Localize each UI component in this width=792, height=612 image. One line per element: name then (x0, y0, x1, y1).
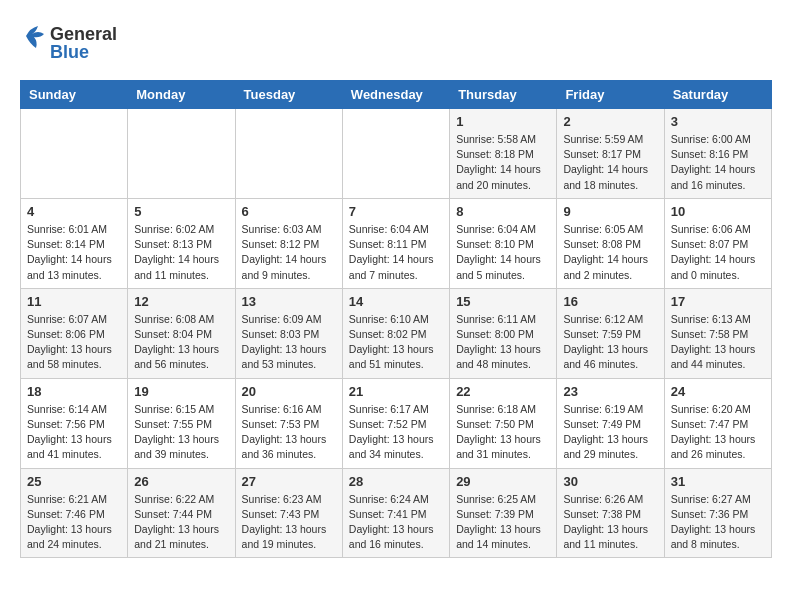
day-number: 17 (671, 294, 765, 309)
header: GeneralBlue (20, 20, 772, 64)
calendar-cell: 4Sunrise: 6:01 AM Sunset: 8:14 PM Daylig… (21, 198, 128, 288)
day-number: 16 (563, 294, 657, 309)
day-number: 4 (27, 204, 121, 219)
day-number: 25 (27, 474, 121, 489)
day-info: Sunrise: 6:06 AM Sunset: 8:07 PM Dayligh… (671, 222, 765, 283)
day-info: Sunrise: 6:21 AM Sunset: 7:46 PM Dayligh… (27, 492, 121, 553)
week-row-1: 1Sunrise: 5:58 AM Sunset: 8:18 PM Daylig… (21, 109, 772, 199)
day-info: Sunrise: 6:24 AM Sunset: 7:41 PM Dayligh… (349, 492, 443, 553)
day-info: Sunrise: 6:23 AM Sunset: 7:43 PM Dayligh… (242, 492, 336, 553)
svg-text:General: General (50, 24, 117, 44)
week-row-4: 18Sunrise: 6:14 AM Sunset: 7:56 PM Dayli… (21, 378, 772, 468)
weekday-header-sunday: Sunday (21, 81, 128, 109)
day-number: 12 (134, 294, 228, 309)
calendar-cell: 18Sunrise: 6:14 AM Sunset: 7:56 PM Dayli… (21, 378, 128, 468)
calendar-cell (21, 109, 128, 199)
day-number: 19 (134, 384, 228, 399)
day-number: 28 (349, 474, 443, 489)
calendar-cell: 21Sunrise: 6:17 AM Sunset: 7:52 PM Dayli… (342, 378, 449, 468)
day-number: 1 (456, 114, 550, 129)
day-info: Sunrise: 6:03 AM Sunset: 8:12 PM Dayligh… (242, 222, 336, 283)
day-info: Sunrise: 6:02 AM Sunset: 8:13 PM Dayligh… (134, 222, 228, 283)
calendar-cell: 10Sunrise: 6:06 AM Sunset: 8:07 PM Dayli… (664, 198, 771, 288)
calendar-cell: 15Sunrise: 6:11 AM Sunset: 8:00 PM Dayli… (450, 288, 557, 378)
calendar-cell: 8Sunrise: 6:04 AM Sunset: 8:10 PM Daylig… (450, 198, 557, 288)
day-info: Sunrise: 6:20 AM Sunset: 7:47 PM Dayligh… (671, 402, 765, 463)
calendar-cell: 29Sunrise: 6:25 AM Sunset: 7:39 PM Dayli… (450, 468, 557, 558)
calendar-header: SundayMondayTuesdayWednesdayThursdayFrid… (21, 81, 772, 109)
day-info: Sunrise: 6:07 AM Sunset: 8:06 PM Dayligh… (27, 312, 121, 373)
calendar-cell (128, 109, 235, 199)
day-info: Sunrise: 5:59 AM Sunset: 8:17 PM Dayligh… (563, 132, 657, 193)
day-info: Sunrise: 6:04 AM Sunset: 8:11 PM Dayligh… (349, 222, 443, 283)
calendar-cell: 7Sunrise: 6:04 AM Sunset: 8:11 PM Daylig… (342, 198, 449, 288)
calendar-cell: 1Sunrise: 5:58 AM Sunset: 8:18 PM Daylig… (450, 109, 557, 199)
day-number: 26 (134, 474, 228, 489)
day-info: Sunrise: 6:17 AM Sunset: 7:52 PM Dayligh… (349, 402, 443, 463)
week-row-2: 4Sunrise: 6:01 AM Sunset: 8:14 PM Daylig… (21, 198, 772, 288)
calendar-cell (342, 109, 449, 199)
calendar-body: 1Sunrise: 5:58 AM Sunset: 8:18 PM Daylig… (21, 109, 772, 558)
day-number: 6 (242, 204, 336, 219)
day-number: 30 (563, 474, 657, 489)
calendar-cell: 27Sunrise: 6:23 AM Sunset: 7:43 PM Dayli… (235, 468, 342, 558)
day-info: Sunrise: 5:58 AM Sunset: 8:18 PM Dayligh… (456, 132, 550, 193)
calendar: SundayMondayTuesdayWednesdayThursdayFrid… (20, 80, 772, 558)
calendar-cell: 16Sunrise: 6:12 AM Sunset: 7:59 PM Dayli… (557, 288, 664, 378)
calendar-cell: 9Sunrise: 6:05 AM Sunset: 8:08 PM Daylig… (557, 198, 664, 288)
weekday-row: SundayMondayTuesdayWednesdayThursdayFrid… (21, 81, 772, 109)
weekday-header-wednesday: Wednesday (342, 81, 449, 109)
day-number: 3 (671, 114, 765, 129)
day-info: Sunrise: 6:05 AM Sunset: 8:08 PM Dayligh… (563, 222, 657, 283)
day-info: Sunrise: 6:15 AM Sunset: 7:55 PM Dayligh… (134, 402, 228, 463)
week-row-3: 11Sunrise: 6:07 AM Sunset: 8:06 PM Dayli… (21, 288, 772, 378)
day-number: 29 (456, 474, 550, 489)
day-number: 8 (456, 204, 550, 219)
day-info: Sunrise: 6:12 AM Sunset: 7:59 PM Dayligh… (563, 312, 657, 373)
weekday-header-monday: Monday (128, 81, 235, 109)
day-info: Sunrise: 6:00 AM Sunset: 8:16 PM Dayligh… (671, 132, 765, 193)
day-number: 7 (349, 204, 443, 219)
day-number: 14 (349, 294, 443, 309)
day-info: Sunrise: 6:11 AM Sunset: 8:00 PM Dayligh… (456, 312, 550, 373)
calendar-cell: 20Sunrise: 6:16 AM Sunset: 7:53 PM Dayli… (235, 378, 342, 468)
logo: GeneralBlue (20, 20, 130, 64)
calendar-cell: 14Sunrise: 6:10 AM Sunset: 8:02 PM Dayli… (342, 288, 449, 378)
day-number: 24 (671, 384, 765, 399)
calendar-cell (235, 109, 342, 199)
calendar-cell: 11Sunrise: 6:07 AM Sunset: 8:06 PM Dayli… (21, 288, 128, 378)
page: GeneralBlue SundayMondayTuesdayWednesday… (0, 0, 792, 568)
day-info: Sunrise: 6:16 AM Sunset: 7:53 PM Dayligh… (242, 402, 336, 463)
calendar-cell: 2Sunrise: 5:59 AM Sunset: 8:17 PM Daylig… (557, 109, 664, 199)
weekday-header-saturday: Saturday (664, 81, 771, 109)
day-number: 18 (27, 384, 121, 399)
day-info: Sunrise: 6:22 AM Sunset: 7:44 PM Dayligh… (134, 492, 228, 553)
day-info: Sunrise: 6:19 AM Sunset: 7:49 PM Dayligh… (563, 402, 657, 463)
day-number: 20 (242, 384, 336, 399)
svg-text:Blue: Blue (50, 42, 89, 62)
logo-icon: GeneralBlue (20, 20, 130, 64)
calendar-cell: 6Sunrise: 6:03 AM Sunset: 8:12 PM Daylig… (235, 198, 342, 288)
day-info: Sunrise: 6:13 AM Sunset: 7:58 PM Dayligh… (671, 312, 765, 373)
week-row-5: 25Sunrise: 6:21 AM Sunset: 7:46 PM Dayli… (21, 468, 772, 558)
day-info: Sunrise: 6:25 AM Sunset: 7:39 PM Dayligh… (456, 492, 550, 553)
calendar-cell: 17Sunrise: 6:13 AM Sunset: 7:58 PM Dayli… (664, 288, 771, 378)
calendar-cell: 23Sunrise: 6:19 AM Sunset: 7:49 PM Dayli… (557, 378, 664, 468)
calendar-cell: 30Sunrise: 6:26 AM Sunset: 7:38 PM Dayli… (557, 468, 664, 558)
day-number: 21 (349, 384, 443, 399)
day-number: 31 (671, 474, 765, 489)
calendar-cell: 22Sunrise: 6:18 AM Sunset: 7:50 PM Dayli… (450, 378, 557, 468)
calendar-cell: 13Sunrise: 6:09 AM Sunset: 8:03 PM Dayli… (235, 288, 342, 378)
day-info: Sunrise: 6:14 AM Sunset: 7:56 PM Dayligh… (27, 402, 121, 463)
day-number: 15 (456, 294, 550, 309)
day-info: Sunrise: 6:09 AM Sunset: 8:03 PM Dayligh… (242, 312, 336, 373)
calendar-cell: 28Sunrise: 6:24 AM Sunset: 7:41 PM Dayli… (342, 468, 449, 558)
day-number: 27 (242, 474, 336, 489)
day-info: Sunrise: 6:18 AM Sunset: 7:50 PM Dayligh… (456, 402, 550, 463)
calendar-cell: 5Sunrise: 6:02 AM Sunset: 8:13 PM Daylig… (128, 198, 235, 288)
weekday-header-thursday: Thursday (450, 81, 557, 109)
calendar-cell: 26Sunrise: 6:22 AM Sunset: 7:44 PM Dayli… (128, 468, 235, 558)
day-info: Sunrise: 6:10 AM Sunset: 8:02 PM Dayligh… (349, 312, 443, 373)
day-number: 11 (27, 294, 121, 309)
weekday-header-tuesday: Tuesday (235, 81, 342, 109)
